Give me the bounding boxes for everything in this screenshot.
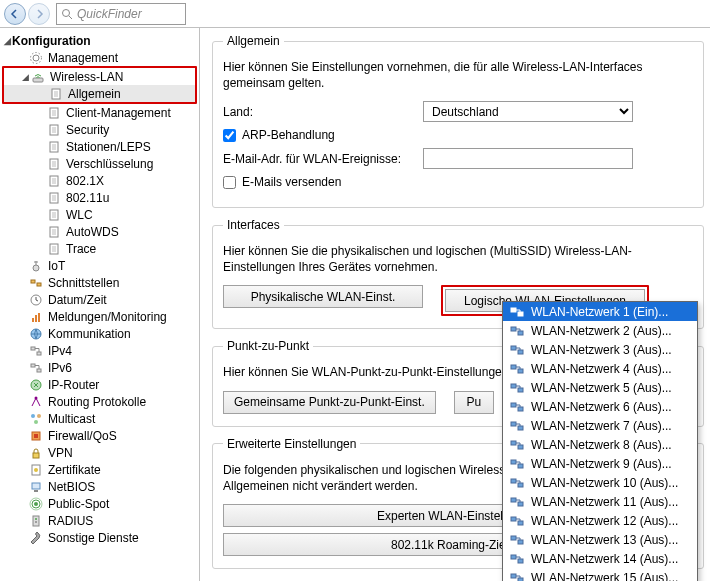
- dropdown-item[interactable]: WLAN-Netzwerk 6 (Aus)...: [503, 397, 697, 416]
- tree-item[interactable]: Stationen/LEPS: [2, 138, 197, 155]
- quickfinder-input[interactable]: QuickFinder: [56, 3, 186, 25]
- tree-item[interactable]: Routing Protokolle: [2, 393, 197, 410]
- interfaces-desc: Hier können Sie die physikalischen und l…: [223, 244, 693, 275]
- svg-rect-82: [518, 369, 523, 373]
- phys-wlan-button[interactable]: Physikalische WLAN-Einst.: [223, 285, 423, 308]
- page-icon: [48, 86, 64, 102]
- tree-item-label: IPv6: [48, 361, 72, 375]
- network-icon: [509, 513, 525, 529]
- dropdown-item[interactable]: WLAN-Netzwerk 7 (Aus)...: [503, 416, 697, 435]
- page-icon: [46, 207, 62, 223]
- dropdown-item[interactable]: WLAN-Netzwerk 15 (Aus)...: [503, 568, 697, 581]
- tree-item-label: Kommunikation: [48, 327, 131, 341]
- tree-item[interactable]: NetBIOS: [2, 478, 197, 495]
- svg-rect-54: [37, 352, 41, 355]
- svg-rect-79: [511, 346, 516, 350]
- page-icon: [46, 139, 62, 155]
- svg-rect-81: [511, 365, 516, 369]
- tree-item[interactable]: IPv4: [2, 342, 197, 359]
- dropdown-item[interactable]: WLAN-Netzwerk 13 (Aus)...: [503, 530, 697, 549]
- tree-item[interactable]: IP-Router: [2, 376, 197, 393]
- nav-back-button[interactable]: [4, 3, 26, 25]
- tree-item[interactable]: RADIUS: [2, 512, 197, 529]
- page-icon: [46, 224, 62, 240]
- tree-item-label: Allgemein: [68, 87, 121, 101]
- tree-item[interactable]: IPv6: [2, 359, 197, 376]
- svg-rect-104: [518, 578, 523, 582]
- send-mail-checkbox[interactable]: [223, 176, 236, 189]
- dropdown-item-label: WLAN-Netzwerk 2 (Aus)...: [531, 324, 672, 338]
- svg-rect-92: [518, 464, 523, 468]
- dropdown-item[interactable]: WLAN-Netzwerk 12 (Aus)...: [503, 511, 697, 530]
- tree-item[interactable]: Kommunikation: [2, 325, 197, 342]
- dropdown-item[interactable]: WLAN-Netzwerk 10 (Aus)...: [503, 473, 697, 492]
- dropdown-item[interactable]: WLAN-Netzwerk 4 (Aus)...: [503, 359, 697, 378]
- svg-rect-93: [511, 479, 516, 483]
- tree-item-label: 802.1X: [66, 174, 104, 188]
- dropdown-item[interactable]: WLAN-Netzwerk 8 (Aus)...: [503, 435, 697, 454]
- svg-rect-53: [31, 347, 35, 350]
- tree-item-label: RADIUS: [48, 514, 93, 528]
- tree-item-label: VPN: [48, 446, 73, 460]
- dropdown-item[interactable]: WLAN-Netzwerk 5 (Aus)...: [503, 378, 697, 397]
- network-icon: [509, 551, 525, 567]
- svg-rect-98: [518, 521, 523, 525]
- chart-icon: [28, 309, 44, 325]
- page-icon: [46, 190, 62, 206]
- tree-item[interactable]: AutoWDS: [2, 223, 197, 240]
- dropdown-item[interactable]: WLAN-Netzwerk 9 (Aus)...: [503, 454, 697, 473]
- tree-root[interactable]: ◢Konfiguration: [2, 32, 197, 49]
- tree-item[interactable]: VPN: [2, 444, 197, 461]
- email-input[interactable]: [423, 148, 633, 169]
- svg-rect-102: [518, 559, 523, 563]
- p2p-common-button[interactable]: Gemeinsame Punkt-zu-Punkt-Einst.: [223, 391, 436, 414]
- dropdown-item-label: WLAN-Netzwerk 3 (Aus)...: [531, 343, 672, 357]
- dropdown-item[interactable]: WLAN-Netzwerk 1 (Ein)...: [503, 302, 697, 321]
- dropdown-item-label: WLAN-Netzwerk 11 (Aus)...: [531, 495, 678, 509]
- svg-rect-4: [33, 78, 43, 82]
- tree-item-label: NetBIOS: [48, 480, 95, 494]
- tree-item[interactable]: Security: [2, 121, 197, 138]
- tree-item[interactable]: IoT: [2, 257, 197, 274]
- tree-item-label: 802.11u: [66, 191, 109, 205]
- tree-item[interactable]: Verschlüsselung: [2, 155, 197, 172]
- send-mail-label: E-Mails versenden: [242, 175, 341, 189]
- tree-item[interactable]: Management: [2, 49, 197, 66]
- dropdown-item[interactable]: WLAN-Netzwerk 2 (Aus)...: [503, 321, 697, 340]
- tree-item[interactable]: Multicast: [2, 410, 197, 427]
- nav-forward-button[interactable]: [28, 3, 50, 25]
- tree-item-label: Client-Management: [66, 106, 171, 120]
- country-select[interactable]: Deutschland: [423, 101, 633, 122]
- tree-item[interactable]: Sonstige Dienste: [2, 529, 197, 546]
- tree-item[interactable]: Client-Management: [2, 104, 197, 121]
- tree-item[interactable]: WLC: [2, 206, 197, 223]
- arp-checkbox[interactable]: [223, 129, 236, 142]
- tree-item[interactable]: Schnittstellen: [2, 274, 197, 291]
- tree-item[interactable]: 802.11u: [2, 189, 197, 206]
- network-icon: [509, 323, 525, 339]
- dropdown-item[interactable]: WLAN-Netzwerk 11 (Aus)...: [503, 492, 697, 511]
- tree-item[interactable]: Firewall/QoS: [2, 427, 197, 444]
- page-icon: [46, 173, 62, 189]
- tree-item[interactable]: ◢Wireless-LAN: [4, 68, 195, 85]
- tree-item[interactable]: Trace: [2, 240, 197, 257]
- dropdown-item[interactable]: WLAN-Netzwerk 14 (Aus)...: [503, 549, 697, 568]
- network-icon: [509, 475, 525, 491]
- tree-item-label: Meldungen/Monitoring: [48, 310, 167, 324]
- dropdown-item-label: WLAN-Netzwerk 4 (Aus)...: [531, 362, 672, 376]
- cert-icon: [28, 462, 44, 478]
- dropdown-item[interactable]: WLAN-Netzwerk 3 (Aus)...: [503, 340, 697, 359]
- router-icon: [28, 377, 44, 393]
- p2p-partner-button[interactable]: Pu: [454, 391, 494, 414]
- tree-item[interactable]: Zertifikate: [2, 461, 197, 478]
- svg-rect-51: [38, 313, 40, 322]
- svg-rect-100: [518, 540, 523, 544]
- tree-item[interactable]: Public-Spot: [2, 495, 197, 512]
- tree-item-label: IPv4: [48, 344, 72, 358]
- tree-item[interactable]: Datum/Zeit: [2, 291, 197, 308]
- logical-wlan-dropdown[interactable]: WLAN-Netzwerk 1 (Ein)...WLAN-Netzwerk 2 …: [502, 301, 698, 581]
- tree-item[interactable]: Meldungen/Monitoring: [2, 308, 197, 325]
- tree-item[interactable]: Allgemein: [4, 85, 195, 102]
- tree-item[interactable]: 802.1X: [2, 172, 197, 189]
- svg-rect-94: [518, 483, 523, 487]
